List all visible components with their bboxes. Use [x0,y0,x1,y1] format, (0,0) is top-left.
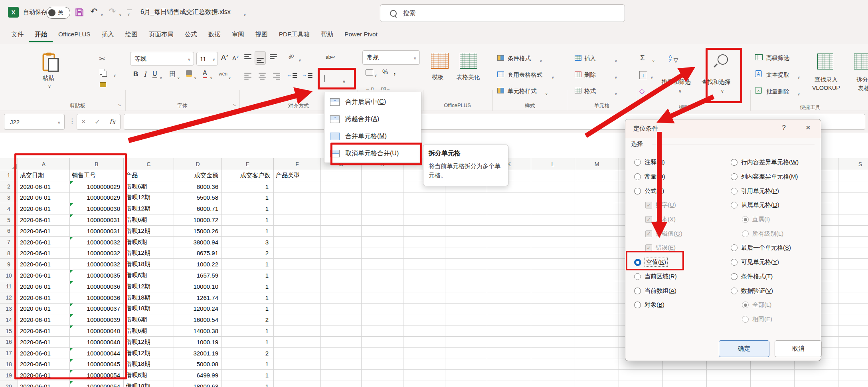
tab-页面布局[interactable]: 页面布局 [143,27,179,42]
cell[interactable] [531,370,575,381]
paste-dropdown-icon[interactable] [48,82,51,89]
radio-icon[interactable] [731,159,738,166]
option-注释[interactable]: 注释(N) [634,155,682,170]
cell[interactable]: 1 [222,359,274,370]
cell[interactable] [838,359,868,370]
cell[interactable] [362,248,403,259]
cell[interactable] [838,270,868,281]
cell[interactable] [445,259,487,270]
radio-icon[interactable] [634,173,641,180]
radio-icon[interactable] [634,188,641,194]
cell[interactable] [838,370,868,381]
cell[interactable] [487,304,531,315]
tab-公式[interactable]: 公式 [179,27,203,42]
clipboard-launcher-icon[interactable]: ↘ [117,102,121,107]
insert-dropdown-icon[interactable] [615,57,617,64]
cell[interactable]: 借呗12期 [124,337,174,348]
cell[interactable]: 1 [222,270,274,281]
col-header-C[interactable]: C [124,158,174,170]
cell[interactable] [531,203,575,214]
cell[interactable] [663,381,707,387]
cell[interactable] [487,193,531,204]
increase-decimal-icon[interactable]: ←.0 [366,86,374,91]
cell[interactable] [487,203,531,214]
cell[interactable] [274,370,321,381]
row-header-20[interactable]: 20 [0,381,18,387]
cell[interactable] [487,248,531,259]
cell[interactable] [751,381,795,387]
cell[interactable] [362,292,403,304]
cell[interactable] [531,259,575,270]
cell[interactable] [531,270,575,281]
cell[interactable] [274,304,321,315]
menu-item-合并后居中[interactable]: ↔合并后居中(C) [324,93,421,111]
radio-icon[interactable] [731,202,738,208]
cell[interactable] [575,337,619,348]
cell[interactable] [838,193,868,204]
cell[interactable] [531,359,575,370]
align-left-icon[interactable] [244,73,251,79]
cell[interactable]: 16000.54 [174,314,222,325]
cell[interactable] [663,370,707,381]
cell[interactable] [531,226,575,237]
cell[interactable] [445,292,487,304]
cell[interactable] [531,193,575,204]
cell[interactable] [487,370,531,381]
percent-style-icon[interactable]: % [382,69,388,76]
autosave-toggle[interactable]: 关 [46,7,70,19]
cell[interactable] [487,259,531,270]
cell[interactable] [445,193,487,204]
cell[interactable] [321,370,362,381]
sort-filter-dropdown-icon[interactable] [678,87,682,94]
cell[interactable]: 1 [222,281,274,292]
cell[interactable] [487,292,531,304]
cell[interactable]: 1261.74 [174,292,222,304]
wrap-text-icon[interactable]: ab↩ [326,54,335,60]
col-header-F[interactable]: F [274,158,321,170]
cell[interactable] [321,226,362,237]
cell[interactable]: 产品 [124,170,174,181]
borders-dropdown-icon[interactable] [177,73,180,81]
cell[interactable]: 成交金额 [174,170,222,181]
font-name-select[interactable]: 等线 [130,52,194,65]
cell[interactable] [403,203,445,214]
cell[interactable]: 18000.63 [174,381,222,387]
cell[interactable] [487,237,531,248]
cell[interactable] [362,325,403,337]
cell[interactable] [403,381,445,387]
cell[interactable] [321,270,362,281]
cell[interactable] [321,193,362,204]
cell[interactable] [274,203,321,214]
font-color-dropdown-icon[interactable] [210,73,213,81]
menu-item-跨越合并[interactable]: →跨越合并(A) [324,111,421,128]
cell[interactable] [487,381,531,387]
cell[interactable] [838,226,868,237]
cell[interactable] [403,304,445,315]
cell[interactable]: 成交客户数 [222,170,274,181]
cell[interactable] [575,203,619,214]
ok-button[interactable]: 确定 [719,340,769,357]
tab-文件[interactable]: 文件 [6,27,29,42]
conditional-format-dropdown-icon[interactable] [540,57,542,64]
cell[interactable] [575,348,619,359]
format-cells-button[interactable]: 格式 [584,87,596,95]
cell-styles-button[interactable]: 单元格样式 [508,87,537,95]
text-extract-button[interactable]: 文本提取 [766,71,789,79]
cell[interactable] [362,181,403,193]
clear-dropdown-icon[interactable] [651,89,653,97]
radio-icon[interactable] [731,288,738,294]
cell[interactable] [487,359,531,370]
tab-数据[interactable]: 数据 [203,27,226,42]
search-input[interactable]: 搜索 [380,4,625,22]
cell[interactable] [445,370,487,381]
cell[interactable]: 6000.71 [174,203,222,214]
cell[interactable]: 借呗12期 [124,348,174,359]
cell[interactable]: 借呗18期 [124,304,174,315]
cell[interactable]: 1000.19 [174,337,222,348]
underline-icon[interactable]: U [152,70,157,78]
copy-icon[interactable] [100,69,105,75]
cell[interactable]: 10000.72 [174,214,222,226]
cell[interactable] [619,370,663,381]
cell[interactable]: 借呗12期 [124,203,174,214]
text-extract-dropdown-icon[interactable] [797,73,800,80]
